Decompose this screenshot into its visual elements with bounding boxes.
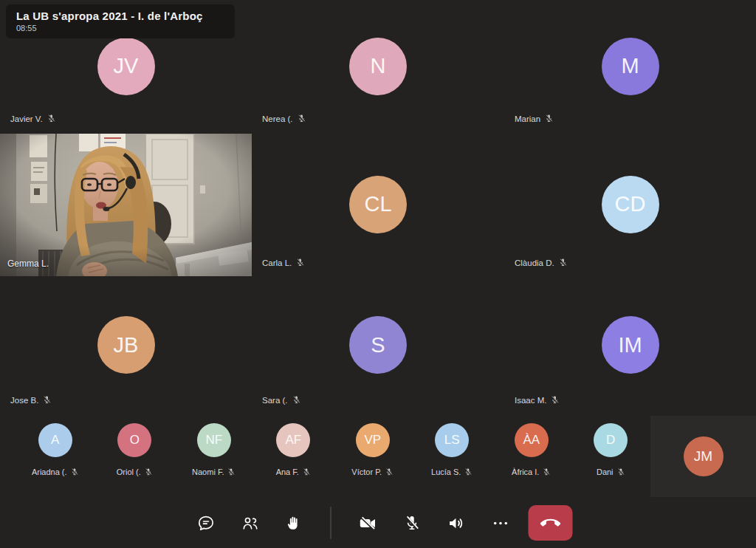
video-feed: Gemma L. (0, 134, 252, 276)
participant-name-tag: Oriol (. (117, 467, 153, 476)
avatar: CD (602, 176, 659, 233)
chat-button[interactable] (184, 504, 228, 542)
participant-tile[interactable]: CL Carla L. (252, 132, 504, 276)
avatar-initials: CD (615, 192, 646, 216)
mic-muted-icon (47, 114, 56, 123)
avatar: VP (356, 423, 390, 457)
participant-name-tag: Marian (515, 114, 554, 123)
avatar: N (349, 38, 407, 95)
self-view-tile[interactable]: JM (650, 416, 756, 497)
participant-tile[interactable]: VP Víctor P. (333, 417, 413, 496)
avatar-initials: O (130, 433, 140, 448)
avatar-initials: ÀA (523, 433, 540, 448)
participant-tile[interactable]: ÀA Àfrica I. (492, 417, 571, 496)
participant-name: Lucía S. (431, 467, 461, 476)
self-avatar: JM (684, 436, 724, 476)
avatar: AF (276, 423, 310, 457)
participant-tile[interactable]: JB Jose B. (0, 276, 252, 414)
mic-toggle-button[interactable] (390, 504, 434, 542)
avatar-initials: VP (364, 433, 381, 448)
mic-muted-icon (558, 258, 568, 267)
avatar-initials: D (606, 433, 615, 448)
camera-off-icon (358, 514, 377, 532)
meeting-info-banner[interactable]: La UB s'apropa 2021 - I. de l'Arboç 08:5… (6, 4, 235, 38)
avatar: M (602, 38, 659, 95)
participant-name-tag: Sara (. (262, 395, 301, 405)
participant-name-tag: Ariadna (. (32, 467, 79, 476)
participant-name-tag: Clàudia D. (515, 258, 568, 267)
meeting-elapsed-time: 08:55 (16, 24, 224, 32)
participant-name: Dani (597, 467, 614, 476)
avatar: JV (97, 38, 155, 95)
participant-tile[interactable]: IM Isaac M. (504, 276, 756, 414)
more-icon (491, 514, 509, 532)
mic-muted-icon (550, 395, 560, 405)
participant-name-tag: Nerea (. (262, 114, 306, 123)
mic-muted-icon (70, 467, 79, 476)
avatar: D (594, 423, 628, 457)
participant-tile[interactable]: O Oriol (. (95, 417, 175, 496)
participant-tile[interactable]: N Nerea (. (252, 0, 504, 132)
mic-muted-icon (144, 467, 153, 476)
participant-name: Isaac M. (515, 396, 546, 405)
participant-tile[interactable]: AF Ana F. (254, 417, 334, 496)
participant-name: Clàudia D. (515, 258, 554, 267)
participant-name: Víctor P. (351, 467, 382, 476)
avatar: LS (435, 423, 469, 457)
participant-tile[interactable]: LS Lucía S. (413, 417, 492, 496)
participant-tile[interactable]: M Marian (504, 0, 756, 132)
chat-icon (196, 514, 215, 532)
participant-name: Marian (515, 114, 540, 123)
speaker-button[interactable] (434, 504, 478, 542)
participant-name-tag: Víctor P. (351, 467, 394, 476)
participant-tile[interactable]: CD Clàudia D. (504, 132, 756, 276)
video-tile[interactable]: Gemma L. (0, 132, 252, 276)
avatar-initials: JB (114, 333, 139, 357)
participant-name-tag: Javier V. (10, 114, 56, 123)
participant-tile[interactable]: A Ariadna (. (16, 417, 95, 496)
avatar-initials: JV (114, 54, 139, 78)
avatar-initials: N (371, 54, 386, 78)
avatar-initials: CL (364, 192, 391, 216)
participant-name-tag: Lucía S. (431, 467, 472, 476)
avatar-initials: A (51, 433, 59, 448)
participant-tile[interactable]: S Sara (. (252, 276, 504, 414)
participant-name: Javier V. (10, 114, 43, 123)
mic-muted-icon (292, 395, 301, 405)
participant-name: Carla L. (262, 258, 292, 267)
participant-name-tag: Jose B. (10, 395, 52, 405)
raise-hand-icon (286, 515, 303, 531)
avatar: CL (349, 176, 407, 233)
camera-toggle-button[interactable] (346, 504, 390, 542)
avatar: A (38, 423, 72, 457)
participant-name: Àfrica I. (512, 467, 539, 476)
participant-name: Gemma L. (7, 258, 49, 269)
participants-button[interactable] (228, 504, 272, 542)
mic-muted-icon (42, 395, 52, 405)
avatar: NF (197, 423, 231, 457)
more-options-button[interactable] (478, 504, 523, 542)
mic-muted-icon (544, 114, 554, 123)
participant-name: Sara (. (262, 396, 288, 405)
hang-up-button[interactable] (529, 505, 573, 541)
avatar: JB (97, 316, 155, 374)
mic-muted-icon (616, 467, 625, 476)
participant-name: Naomi F. (192, 467, 224, 476)
toolbar-divider (331, 507, 331, 539)
participant-tile[interactable]: D Dani (571, 417, 651, 496)
participant-name-tag: Isaac M. (515, 395, 560, 405)
mic-muted-icon (385, 467, 394, 476)
mic-muted-icon (464, 467, 472, 476)
participant-tile[interactable]: NF Naomi F. (174, 417, 254, 496)
avatar-initials: S (371, 333, 385, 357)
avatar: ÀA (515, 423, 549, 457)
avatar-initials: JM (694, 448, 712, 465)
raise-hand-button[interactable] (272, 504, 317, 542)
avatar-initials: NF (205, 433, 222, 448)
participant-name: Oriol (. (117, 467, 141, 476)
meeting-title: La UB s'apropa 2021 - I. de l'Arboç (16, 10, 224, 22)
participant-name-tag: Carla L. (262, 258, 305, 267)
participant-overflow-strip: A Ariadna (. O Oriol (. NF Naomi F. (16, 417, 650, 496)
avatar-initials: LS (444, 433, 460, 448)
avatar: IM (602, 316, 659, 374)
